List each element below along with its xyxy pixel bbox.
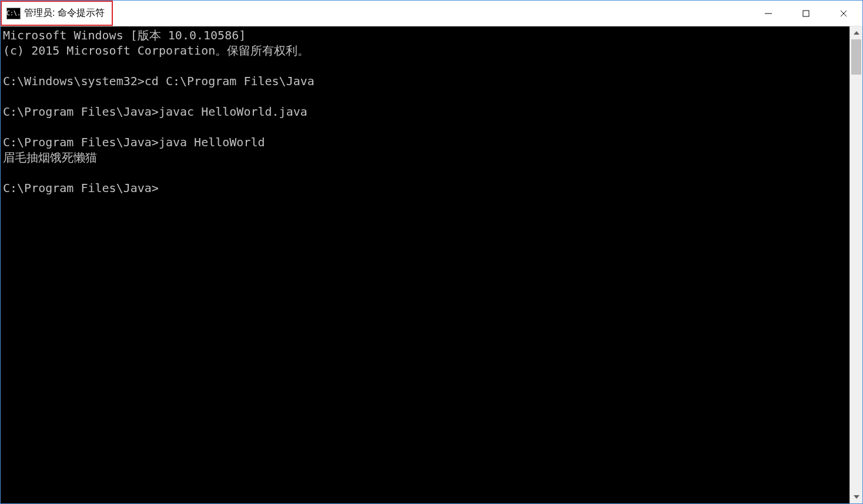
window-title: 管理员: 命令提示符: [24, 7, 105, 19]
window-controls: [750, 1, 862, 26]
terminal-line: [3, 58, 847, 73]
scroll-thumb[interactable]: [851, 39, 861, 75]
terminal-line: C:\Windows\system32>cd C:\Program Files\…: [3, 73, 847, 89]
scroll-down-arrow-icon[interactable]: [850, 490, 862, 503]
close-icon: [839, 9, 848, 18]
minimize-button[interactable]: [750, 1, 787, 26]
scroll-track[interactable]: [850, 39, 862, 490]
cmd-app-icon: C:\.: [6, 8, 21, 19]
terminal-line: [3, 119, 847, 135]
terminal-line: (c) 2015 Microsoft Corporation。保留所有权利。: [3, 43, 847, 58]
terminal-line: 眉毛抽烟饿死懒猫: [3, 150, 847, 165]
terminal-output[interactable]: Microsoft Windows [版本 10.0.10586](c) 201…: [1, 26, 849, 503]
window-titlebar: C:\. 管理员: 命令提示符: [1, 1, 862, 26]
maximize-icon: [802, 9, 810, 18]
close-button[interactable]: [825, 1, 862, 26]
terminal-line: C:\Program Files\Java>javac HelloWorld.j…: [3, 104, 847, 119]
svg-marker-5: [854, 495, 859, 499]
svg-marker-4: [854, 31, 859, 35]
svg-rect-1: [803, 11, 809, 16]
terminal-line: C:\Program Files\Java>java HelloWorld: [3, 135, 847, 150]
maximize-button[interactable]: [787, 1, 825, 26]
vertical-scrollbar[interactable]: [849, 26, 862, 503]
scroll-up-arrow-icon[interactable]: [850, 26, 862, 39]
minimize-icon: [764, 9, 772, 18]
terminal-line: C:\Program Files\Java>: [3, 180, 847, 196]
terminal-line: Microsoft Windows [版本 10.0.10586]: [3, 28, 847, 43]
titlebar-left-highlight: C:\. 管理员: 命令提示符: [1, 1, 113, 26]
terminal-line: [3, 89, 847, 104]
terminal-area: Microsoft Windows [版本 10.0.10586](c) 201…: [1, 26, 862, 503]
terminal-line: [3, 165, 847, 180]
